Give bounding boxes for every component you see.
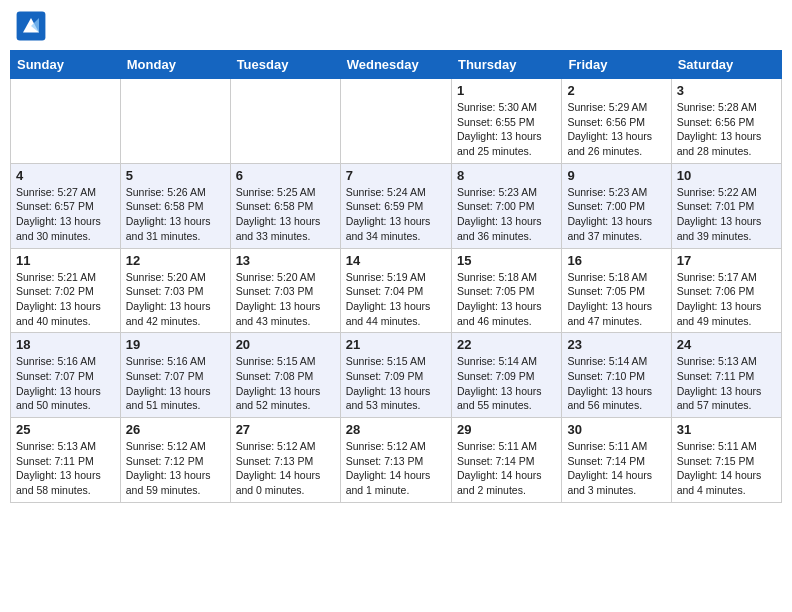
day-info: Sunrise: 5:13 AM Sunset: 7:11 PM Dayligh…: [677, 354, 776, 413]
day-info: Sunrise: 5:11 AM Sunset: 7:14 PM Dayligh…: [457, 439, 556, 498]
day-number: 10: [677, 168, 776, 183]
calendar-cell: 30Sunrise: 5:11 AM Sunset: 7:14 PM Dayli…: [562, 418, 671, 503]
calendar-cell: 18Sunrise: 5:16 AM Sunset: 7:07 PM Dayli…: [11, 333, 121, 418]
calendar-cell: 5Sunrise: 5:26 AM Sunset: 6:58 PM Daylig…: [120, 163, 230, 248]
calendar-cell: 22Sunrise: 5:14 AM Sunset: 7:09 PM Dayli…: [451, 333, 561, 418]
day-info: Sunrise: 5:28 AM Sunset: 6:56 PM Dayligh…: [677, 100, 776, 159]
day-number: 20: [236, 337, 335, 352]
calendar-week-row: 4Sunrise: 5:27 AM Sunset: 6:57 PM Daylig…: [11, 163, 782, 248]
calendar-cell: 1Sunrise: 5:30 AM Sunset: 6:55 PM Daylig…: [451, 79, 561, 164]
day-number: 7: [346, 168, 446, 183]
day-number: 2: [567, 83, 665, 98]
day-info: Sunrise: 5:18 AM Sunset: 7:05 PM Dayligh…: [567, 270, 665, 329]
calendar-cell: [120, 79, 230, 164]
day-number: 25: [16, 422, 115, 437]
day-number: 16: [567, 253, 665, 268]
calendar-week-row: 1Sunrise: 5:30 AM Sunset: 6:55 PM Daylig…: [11, 79, 782, 164]
day-number: 29: [457, 422, 556, 437]
day-info: Sunrise: 5:12 AM Sunset: 7:12 PM Dayligh…: [126, 439, 225, 498]
calendar-cell: 29Sunrise: 5:11 AM Sunset: 7:14 PM Dayli…: [451, 418, 561, 503]
day-number: 24: [677, 337, 776, 352]
day-info: Sunrise: 5:11 AM Sunset: 7:15 PM Dayligh…: [677, 439, 776, 498]
weekday-header: Sunday: [11, 51, 121, 79]
day-info: Sunrise: 5:14 AM Sunset: 7:09 PM Dayligh…: [457, 354, 556, 413]
day-number: 27: [236, 422, 335, 437]
calendar-cell: 2Sunrise: 5:29 AM Sunset: 6:56 PM Daylig…: [562, 79, 671, 164]
day-number: 21: [346, 337, 446, 352]
calendar-cell: 10Sunrise: 5:22 AM Sunset: 7:01 PM Dayli…: [671, 163, 781, 248]
calendar-cell: 20Sunrise: 5:15 AM Sunset: 7:08 PM Dayli…: [230, 333, 340, 418]
calendar-cell: 11Sunrise: 5:21 AM Sunset: 7:02 PM Dayli…: [11, 248, 121, 333]
day-info: Sunrise: 5:25 AM Sunset: 6:58 PM Dayligh…: [236, 185, 335, 244]
day-info: Sunrise: 5:22 AM Sunset: 7:01 PM Dayligh…: [677, 185, 776, 244]
calendar-cell: 19Sunrise: 5:16 AM Sunset: 7:07 PM Dayli…: [120, 333, 230, 418]
day-info: Sunrise: 5:29 AM Sunset: 6:56 PM Dayligh…: [567, 100, 665, 159]
day-number: 14: [346, 253, 446, 268]
day-info: Sunrise: 5:20 AM Sunset: 7:03 PM Dayligh…: [126, 270, 225, 329]
weekday-header: Friday: [562, 51, 671, 79]
day-number: 6: [236, 168, 335, 183]
calendar-cell: [11, 79, 121, 164]
day-info: Sunrise: 5:27 AM Sunset: 6:57 PM Dayligh…: [16, 185, 115, 244]
calendar-cell: 27Sunrise: 5:12 AM Sunset: 7:13 PM Dayli…: [230, 418, 340, 503]
day-number: 23: [567, 337, 665, 352]
day-number: 5: [126, 168, 225, 183]
calendar-cell: 12Sunrise: 5:20 AM Sunset: 7:03 PM Dayli…: [120, 248, 230, 333]
calendar-header-row: SundayMondayTuesdayWednesdayThursdayFrid…: [11, 51, 782, 79]
day-info: Sunrise: 5:12 AM Sunset: 7:13 PM Dayligh…: [236, 439, 335, 498]
day-info: Sunrise: 5:21 AM Sunset: 7:02 PM Dayligh…: [16, 270, 115, 329]
day-info: Sunrise: 5:15 AM Sunset: 7:08 PM Dayligh…: [236, 354, 335, 413]
calendar-cell: 23Sunrise: 5:14 AM Sunset: 7:10 PM Dayli…: [562, 333, 671, 418]
day-number: 17: [677, 253, 776, 268]
calendar-cell: 26Sunrise: 5:12 AM Sunset: 7:12 PM Dayli…: [120, 418, 230, 503]
calendar-cell: 17Sunrise: 5:17 AM Sunset: 7:06 PM Dayli…: [671, 248, 781, 333]
day-info: Sunrise: 5:15 AM Sunset: 7:09 PM Dayligh…: [346, 354, 446, 413]
day-info: Sunrise: 5:17 AM Sunset: 7:06 PM Dayligh…: [677, 270, 776, 329]
day-number: 28: [346, 422, 446, 437]
calendar-cell: [340, 79, 451, 164]
calendar-cell: 14Sunrise: 5:19 AM Sunset: 7:04 PM Dayli…: [340, 248, 451, 333]
weekday-header: Tuesday: [230, 51, 340, 79]
calendar-cell: 13Sunrise: 5:20 AM Sunset: 7:03 PM Dayli…: [230, 248, 340, 333]
day-number: 8: [457, 168, 556, 183]
day-number: 15: [457, 253, 556, 268]
weekday-header: Thursday: [451, 51, 561, 79]
day-info: Sunrise: 5:30 AM Sunset: 6:55 PM Dayligh…: [457, 100, 556, 159]
calendar-week-row: 18Sunrise: 5:16 AM Sunset: 7:07 PM Dayli…: [11, 333, 782, 418]
day-number: 13: [236, 253, 335, 268]
calendar-cell: 9Sunrise: 5:23 AM Sunset: 7:00 PM Daylig…: [562, 163, 671, 248]
calendar-cell: 15Sunrise: 5:18 AM Sunset: 7:05 PM Dayli…: [451, 248, 561, 333]
day-number: 31: [677, 422, 776, 437]
day-info: Sunrise: 5:23 AM Sunset: 7:00 PM Dayligh…: [567, 185, 665, 244]
day-info: Sunrise: 5:20 AM Sunset: 7:03 PM Dayligh…: [236, 270, 335, 329]
calendar-cell: 8Sunrise: 5:23 AM Sunset: 7:00 PM Daylig…: [451, 163, 561, 248]
calendar-cell: 7Sunrise: 5:24 AM Sunset: 6:59 PM Daylig…: [340, 163, 451, 248]
calendar-cell: 3Sunrise: 5:28 AM Sunset: 6:56 PM Daylig…: [671, 79, 781, 164]
day-number: 3: [677, 83, 776, 98]
weekday-header: Saturday: [671, 51, 781, 79]
calendar-cell: 24Sunrise: 5:13 AM Sunset: 7:11 PM Dayli…: [671, 333, 781, 418]
day-info: Sunrise: 5:24 AM Sunset: 6:59 PM Dayligh…: [346, 185, 446, 244]
calendar-cell: 21Sunrise: 5:15 AM Sunset: 7:09 PM Dayli…: [340, 333, 451, 418]
calendar-cell: 25Sunrise: 5:13 AM Sunset: 7:11 PM Dayli…: [11, 418, 121, 503]
day-info: Sunrise: 5:16 AM Sunset: 7:07 PM Dayligh…: [16, 354, 115, 413]
logo-icon: [15, 10, 47, 42]
day-number: 1: [457, 83, 556, 98]
day-info: Sunrise: 5:16 AM Sunset: 7:07 PM Dayligh…: [126, 354, 225, 413]
day-number: 4: [16, 168, 115, 183]
calendar-table: SundayMondayTuesdayWednesdayThursdayFrid…: [10, 50, 782, 503]
page-header: [10, 10, 782, 42]
day-info: Sunrise: 5:12 AM Sunset: 7:13 PM Dayligh…: [346, 439, 446, 498]
day-info: Sunrise: 5:26 AM Sunset: 6:58 PM Dayligh…: [126, 185, 225, 244]
day-number: 18: [16, 337, 115, 352]
calendar-cell: 31Sunrise: 5:11 AM Sunset: 7:15 PM Dayli…: [671, 418, 781, 503]
logo: [15, 10, 53, 42]
day-info: Sunrise: 5:19 AM Sunset: 7:04 PM Dayligh…: [346, 270, 446, 329]
calendar-cell: [230, 79, 340, 164]
day-info: Sunrise: 5:14 AM Sunset: 7:10 PM Dayligh…: [567, 354, 665, 413]
weekday-header: Wednesday: [340, 51, 451, 79]
day-number: 22: [457, 337, 556, 352]
calendar-week-row: 11Sunrise: 5:21 AM Sunset: 7:02 PM Dayli…: [11, 248, 782, 333]
day-info: Sunrise: 5:23 AM Sunset: 7:00 PM Dayligh…: [457, 185, 556, 244]
day-number: 26: [126, 422, 225, 437]
